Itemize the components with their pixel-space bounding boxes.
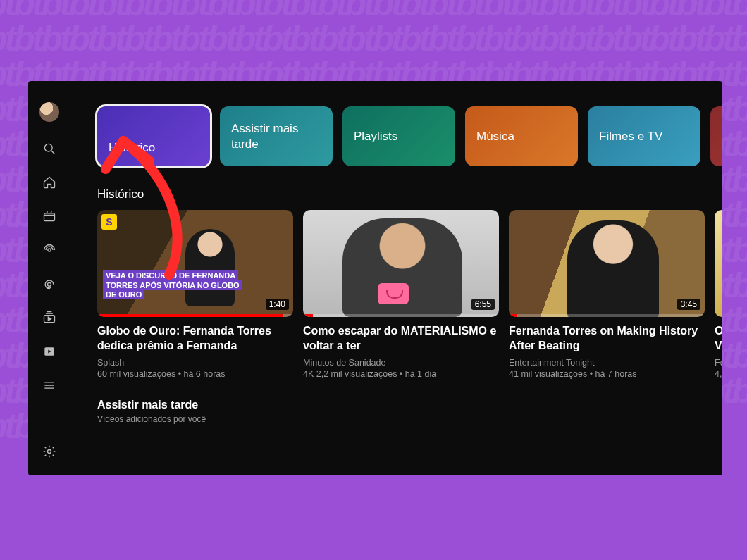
video-title: Como escapar do MATERIALISMO e voltar a …	[303, 324, 499, 354]
section-subtitle-watch-later: Vídeos adicionados por você	[97, 414, 722, 424]
tab-historico[interactable]: Histórico	[97, 106, 210, 166]
tab-label: Seu	[722, 129, 722, 144]
avatar[interactable]	[39, 102, 59, 122]
tab-filmes-e-tv[interactable]: Filmes e TV	[588, 106, 700, 166]
video-meta: 4K 2,2 mil visualizações • há 1 dia	[303, 369, 499, 379]
video-duration: 1:40	[266, 299, 289, 310]
tab-label: Assistir mais tarde	[231, 121, 321, 151]
tab-label: Playlists	[354, 129, 397, 144]
main-content: Histórico Assistir mais tarde Playlists …	[70, 81, 722, 475]
home-icon[interactable]	[42, 175, 56, 189]
settings-icon[interactable]	[42, 444, 56, 459]
connected-icon[interactable]	[42, 277, 56, 291]
thumbnail-art	[378, 283, 409, 304]
channel-badge: S	[101, 214, 117, 230]
svg-rect-2	[44, 213, 55, 221]
progress-bar	[303, 314, 499, 317]
svg-point-4	[48, 282, 51, 286]
video-channel: Splash	[97, 358, 293, 368]
tab-playlists[interactable]: Playlists	[342, 106, 455, 166]
video-channel: Minutos de Sanidade	[303, 358, 499, 368]
video-channel: Entertainment Tonight	[509, 358, 705, 368]
video-meta: 60 mil visualizações • há 6 horas	[97, 369, 293, 379]
video-title: OS C VEN	[715, 324, 722, 354]
tab-label: Filmes e TV	[599, 129, 662, 144]
svg-point-10	[48, 450, 51, 454]
svg-line-1	[51, 151, 55, 154]
shorts-icon[interactable]	[42, 209, 56, 223]
section-title-historico: Histórico	[97, 187, 722, 201]
tv-app-frame: Histórico Assistir mais tarde Playlists …	[28, 81, 722, 475]
video-thumbnail: 3:45	[509, 210, 705, 317]
svg-point-3	[48, 249, 51, 251]
video-row-historico: S VEJA O DISCURSO DE FERNANDA TORRES APÓ…	[97, 210, 722, 379]
progress-bar	[509, 314, 705, 317]
video-duration: 6:55	[471, 299, 495, 310]
video-title: Fernanda Torres on Making History After …	[509, 324, 705, 354]
tab-musica[interactable]: Música	[465, 106, 578, 166]
section-title-watch-later: Assistir mais tarde	[97, 399, 722, 411]
progress-bar	[97, 314, 293, 317]
sidebar	[28, 81, 70, 475]
video-meta: 41 mil visualizações • há 7 horas	[509, 369, 705, 379]
thumbnail-overlay-text: VEJA O DISCURSO DE FERNANDA TORRES APÓS …	[103, 271, 251, 300]
library-icon[interactable]	[42, 344, 56, 359]
video-card[interactable]: 6:55 Como escapar do MATERIALISMO e volt…	[303, 210, 499, 379]
video-card[interactable]: OS C VEN Fora d 4,3 mil	[715, 210, 722, 379]
tab-label: Música	[476, 129, 514, 144]
category-tabs: Histórico Assistir mais tarde Playlists …	[97, 106, 722, 166]
video-thumbnail: 6:55	[303, 210, 499, 317]
video-card[interactable]: S VEJA O DISCURSO DE FERNANDA TORRES APÓ…	[97, 210, 293, 379]
video-card[interactable]: 3:45 Fernanda Torres on Making History A…	[509, 210, 705, 379]
video-duration: 3:45	[677, 299, 700, 310]
video-meta: 4,3 mil	[715, 369, 722, 379]
svg-point-0	[44, 144, 52, 151]
tab-seu[interactable]: Seu	[710, 106, 722, 166]
video-title: Globo de Ouro: Fernanda Torres dedica pr…	[97, 324, 293, 354]
subscriptions-icon[interactable]	[42, 311, 56, 325]
podcast-icon[interactable]	[42, 243, 56, 257]
menu-icon[interactable]	[42, 378, 56, 392]
tab-assistir-mais-tarde[interactable]: Assistir mais tarde	[220, 106, 333, 166]
search-icon[interactable]	[42, 142, 56, 156]
video-channel: Fora d	[715, 358, 722, 368]
tab-label: Histórico	[109, 140, 155, 155]
video-thumbnail: S VEJA O DISCURSO DE FERNANDA TORRES APÓ…	[97, 210, 293, 317]
thumbnail-art	[567, 220, 659, 317]
video-thumbnail	[715, 210, 722, 317]
